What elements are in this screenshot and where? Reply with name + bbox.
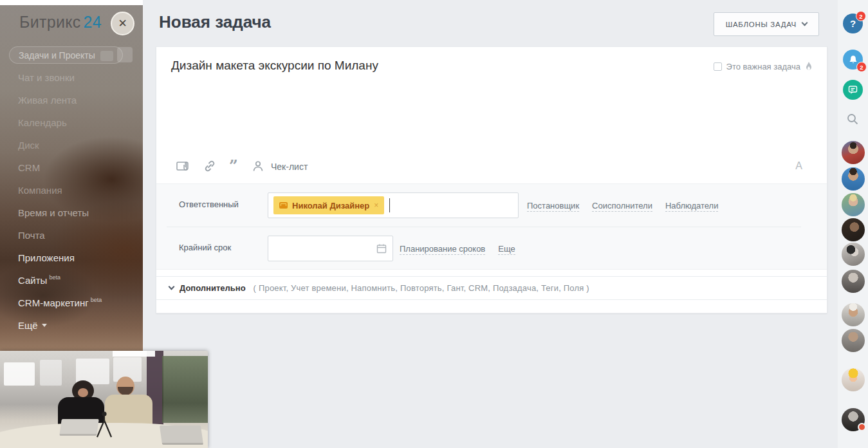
more-link[interactable]: Еще — [498, 244, 515, 255]
search-icon[interactable] — [846, 113, 859, 126]
beta-tag: beta — [91, 297, 102, 303]
video-notch — [113, 351, 155, 357]
sidebar-item-calendar[interactable]: Календарь — [0, 111, 143, 134]
originator-link[interactable]: Постановщик — [527, 201, 579, 212]
window-shape — [40, 360, 62, 386]
beta-tag: beta — [49, 274, 60, 281]
chevron-down-icon[interactable] — [169, 284, 175, 290]
avatar[interactable] — [842, 193, 865, 216]
sidebar-item-sites[interactable]: Сайтыbeta — [0, 269, 143, 292]
avatar[interactable] — [842, 329, 865, 352]
task-title-input[interactable]: Дизайн макета экскурсии по Милану — [171, 59, 378, 73]
bell-icon — [848, 55, 858, 65]
sidebar-item-badge — [100, 51, 113, 61]
presenter-left-face — [78, 388, 88, 397]
flame-icon — [805, 62, 813, 71]
top-strip — [0, 0, 143, 5]
help-badge: 2 — [856, 11, 866, 21]
sidebar-item-time-reports[interactable]: Время и отчеты — [0, 201, 143, 224]
additional-options[interactable]: ( Проект, Учет времени, Напомнить, Повто… — [254, 283, 589, 293]
deadline-row: Крайний срок Планирование сроков Еще — [156, 227, 827, 270]
messenger-button[interactable] — [843, 80, 863, 100]
new-task-form: Дизайн макета экскурсии по Милану Это ва… — [156, 46, 827, 313]
sidebar-item-tasks[interactable]: Задачи и Проекты — [0, 44, 143, 66]
logo-text: Битрикс — [19, 13, 81, 31]
user-tag-icon — [279, 202, 288, 209]
help-button[interactable]: ? 2 — [843, 14, 863, 33]
avatar[interactable] — [842, 303, 865, 326]
avatar[interactable] — [842, 218, 865, 241]
window-shape — [4, 362, 35, 386]
remove-assignee-icon[interactable]: × — [374, 201, 378, 210]
observers-link[interactable]: Наблюдатели — [665, 201, 719, 212]
avatar[interactable] — [842, 243, 865, 266]
responsible-row: Ответственный Николай Дизайнер × Постано… — [156, 184, 827, 227]
sidebar-item-company[interactable]: Компания — [0, 179, 143, 201]
calendar-icon[interactable] — [376, 243, 387, 254]
sidebar-item-drive[interactable]: Диск — [0, 134, 143, 156]
link-icon[interactable] — [203, 159, 217, 173]
participants-link[interactable]: Соисполнители — [592, 201, 652, 212]
responsible-label: Ответственный — [179, 200, 239, 209]
task-templates-button[interactable]: ШАБЛОНЫ ЗАДАЧ — [714, 12, 819, 36]
important-task-label: Это важная задача — [726, 62, 800, 71]
task-fields-section: Ответственный Николай Дизайнер × Постано… — [156, 183, 827, 270]
attach-file-icon[interactable] — [176, 159, 190, 173]
chevron-down-icon — [802, 20, 808, 26]
main-content: Новая задача ШАБЛОНЫ ЗАДАЧ Дизайн макета… — [143, 0, 838, 448]
deadline-label: Крайний срок — [179, 243, 231, 252]
avatar[interactable] — [842, 270, 865, 293]
text-format-button[interactable]: A — [795, 160, 802, 172]
right-rail: ? 2 2 — [838, 0, 868, 448]
text-cursor — [389, 198, 390, 212]
quote-icon[interactable]: ” — [229, 160, 243, 174]
sidebar-item-label: Задачи и Проекты — [19, 50, 95, 61]
status-badge — [858, 423, 866, 431]
sidebar-item-more[interactable]: Ещё — [0, 314, 143, 337]
sidebar-item-mail[interactable]: Почта — [0, 224, 143, 247]
webcam-overlay — [0, 351, 208, 448]
mention-person-icon[interactable] — [251, 159, 265, 173]
important-task-checkbox[interactable] — [714, 62, 722, 71]
notifications-button[interactable]: 2 — [843, 50, 863, 70]
chevron-down-icon — [42, 324, 47, 327]
sidebar-settings-icon[interactable] — [117, 47, 133, 62]
additional-toggle[interactable]: Дополнительно — [180, 283, 246, 293]
sidebar-item-crm-marketing[interactable]: CRM-маркетингbeta — [0, 292, 143, 314]
avatar[interactable] — [842, 141, 865, 164]
assignee-name: Николай Дизайнер — [292, 201, 369, 210]
close-menu-button[interactable]: ✕ — [111, 12, 134, 35]
editor-toolbar: ” Чек-лист A — [156, 155, 827, 178]
microphone-tripod — [91, 410, 117, 441]
notifications-badge: 2 — [856, 62, 867, 72]
avatar[interactable] — [842, 167, 865, 191]
logo-number: 24 — [84, 13, 102, 31]
bitrix24-app: Битрикс24 ✕ Задачи и Проекты Чат и звонк… — [0, 0, 868, 448]
description-editor[interactable] — [171, 80, 813, 153]
background-wall — [162, 356, 208, 423]
additional-section: Дополнительно ( Проект, Учет времени, На… — [156, 276, 827, 300]
sidebar-item-chat[interactable]: Чат и звонки — [0, 66, 143, 89]
sidebar-item-crm[interactable]: CRM — [0, 156, 143, 179]
time-planning-link[interactable]: Планирование сроков — [400, 244, 485, 255]
sidebar-item-apps[interactable]: Приложения — [0, 247, 143, 269]
assignee-tag[interactable]: Николай Дизайнер × — [273, 196, 384, 214]
avatar[interactable] — [842, 368, 865, 391]
laptop — [160, 425, 203, 445]
deadline-input[interactable] — [268, 236, 393, 261]
responsible-input[interactable]: Николай Дизайнер × — [268, 192, 519, 218]
sidebar-nav: Задачи и Проекты Чат и звонки Живая лент… — [0, 44, 143, 337]
chat-icon — [847, 84, 858, 95]
avatar[interactable] — [842, 408, 865, 431]
checklist-button[interactable]: Чек-лист — [271, 162, 308, 172]
sidebar-item-feed[interactable]: Живая лента — [0, 89, 143, 111]
page-title: Новая задача — [159, 12, 271, 32]
